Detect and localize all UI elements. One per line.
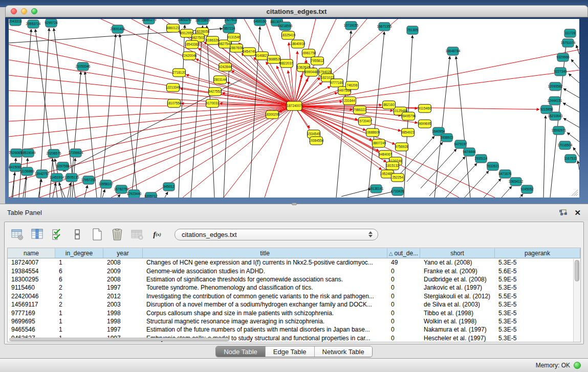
table-cell[interactable]: 0: [387, 310, 420, 317]
table-cell[interactable]: Estimation of significance thresholds fo…: [143, 276, 387, 283]
horizontal-scrollbar-thumb[interactable]: [9, 338, 229, 341]
tab-node-table[interactable]: Node Table: [216, 346, 266, 357]
new-table-icon[interactable]: [91, 228, 104, 241]
graph-edge[interactable]: [569, 74, 579, 83]
graph-edge[interactable]: [294, 105, 382, 106]
graph-edge[interactable]: [111, 106, 294, 198]
table-selector-dropdown[interactable]: citations_edges.txt: [175, 229, 378, 240]
table-cell[interactable]: Estimation of the future numbers of pati…: [143, 326, 387, 333]
graph-edge[interactable]: [571, 59, 579, 69]
graph-edge[interactable]: [224, 106, 294, 198]
graph-edge[interactable]: [476, 186, 512, 198]
table-cell[interactable]: 1: [55, 326, 103, 333]
table-cell[interactable]: 2012: [103, 293, 143, 300]
graph-edge[interactable]: [9, 106, 294, 152]
graph-edge[interactable]: [118, 194, 120, 198]
graph-edge[interactable]: [543, 116, 546, 198]
table-cell[interactable]: Hescheler et al. (1997): [420, 335, 495, 342]
graph-edge[interactable]: [289, 42, 294, 106]
zoom-window-button[interactable]: [31, 8, 37, 14]
table-cell[interactable]: Investigating the contribution of common…: [143, 293, 387, 300]
table-cell[interactable]: 0: [387, 284, 420, 291]
table-cell[interactable]: 5.3E-5: [495, 301, 580, 308]
tab-network-table[interactable]: Network Table: [315, 346, 372, 357]
graph-edge[interactable]: [120, 34, 138, 198]
table-row[interactable]: 1872400712008Changes of HCN gene express…: [8, 258, 580, 267]
graph-edge[interactable]: [294, 50, 579, 106]
column-header-title[interactable]: title: [143, 248, 387, 258]
table-row[interactable]: 911546021997Tourette syndrome. Phenomeno…: [8, 283, 580, 292]
table-row[interactable]: 1456911722003Disruption of a novel membe…: [8, 300, 580, 309]
canvas-resize-grip[interactable]: [572, 190, 578, 196]
graph-edge[interactable]: [294, 51, 297, 106]
table-row[interactable]: 1830029562008Estimation of significance …: [8, 275, 580, 283]
graph-edge[interactable]: [38, 179, 41, 198]
graph-edge[interactable]: [53, 183, 56, 198]
table-cell[interactable]: 5.3E-5: [495, 318, 580, 325]
table-row[interactable]: 2242004622012Investigating the contribut…: [8, 292, 580, 300]
graph-edge[interactable]: [429, 157, 465, 196]
close-panel-icon[interactable]: ✕: [574, 209, 581, 216]
table-cell[interactable]: Tibbo et al. (1998): [420, 310, 495, 317]
close-window-button[interactable]: [11, 8, 17, 14]
table-cell[interactable]: 9115460: [8, 284, 55, 291]
graph-edge[interactable]: [341, 189, 371, 196]
graph-edge[interactable]: [224, 25, 231, 198]
table-row[interactable]: 946554611997Estimation of the future num…: [8, 325, 580, 334]
graph-edge[interactable]: [563, 89, 579, 98]
vertical-scrollbar-thumb[interactable]: [575, 260, 579, 281]
graph-edge[interactable]: [563, 118, 579, 127]
graph-edge[interactable]: [9, 106, 294, 167]
table-cell[interactable]: 5.3E-5: [495, 335, 580, 342]
row-height-icon[interactable]: [71, 228, 84, 241]
table-cell[interactable]: 1: [55, 259, 103, 266]
column-header-in-degree[interactable]: in_degree: [55, 248, 103, 258]
table-row[interactable]: 969969511998Structural magnetic resonanc…: [8, 317, 580, 325]
table-cell[interactable]: 49: [387, 259, 420, 266]
table-settings-icon[interactable]: [11, 228, 24, 241]
graph-edge[interactable]: [183, 106, 294, 198]
table-cell[interactable]: 18300295: [8, 276, 55, 283]
table-cell[interactable]: 2003: [103, 301, 143, 308]
table-cell[interactable]: Jankovic et al. (1997): [420, 284, 495, 291]
table-cell[interactable]: 5.3E-5: [495, 310, 580, 317]
table-cell[interactable]: 5.9E-5: [495, 276, 580, 283]
table-cell[interactable]: 1997: [103, 326, 143, 333]
table-cell[interactable]: Dudbridge et al. (2008): [420, 276, 495, 283]
table-cell[interactable]: Genome-wide association studies in ADHD.: [143, 268, 387, 275]
graph-edge[interactable]: [9, 106, 294, 121]
graph-edge[interactable]: [456, 56, 470, 198]
table-row[interactable]: 977716911998Corpus callosum shape and si…: [8, 309, 580, 317]
table-cell[interactable]: Tourette syndrome. Phenomenology and cla…: [143, 284, 387, 291]
tab-edge-table[interactable]: Edge Table: [266, 346, 315, 357]
table-cell[interactable]: 9465546: [8, 326, 55, 333]
table-cell[interactable]: 0: [387, 326, 420, 333]
show-column-icon[interactable]: [31, 228, 44, 241]
graph-edge[interactable]: [441, 163, 477, 198]
table-cell[interactable]: 0: [387, 293, 420, 300]
column-header-short[interactable]: short: [420, 248, 495, 258]
graph-edge[interactable]: [567, 133, 579, 142]
graph-edge[interactable]: [265, 106, 294, 198]
table-cell[interactable]: Changes of HCN gene expression and I(f) …: [143, 259, 387, 266]
table-cell[interactable]: 0: [387, 301, 420, 308]
table-cell[interactable]: 19384554: [8, 268, 55, 275]
table-cell[interactable]: Disruption of a novel member of a sodium…: [143, 301, 387, 308]
table-cell[interactable]: 5.3E-5: [495, 259, 580, 266]
table-cell[interactable]: 6: [55, 268, 103, 275]
table-cell[interactable]: 9777169: [8, 310, 55, 317]
table-cell[interactable]: Wolkin et al. (1998): [420, 318, 495, 325]
table-cell[interactable]: 1: [55, 310, 103, 317]
panel-divider-grip[interactable]: [292, 203, 297, 205]
graph-edge[interactable]: [196, 59, 294, 106]
table-cell[interactable]: 5.6E-5: [495, 268, 580, 275]
graph-edge[interactable]: [407, 142, 443, 182]
table-row[interactable]: 1938455462009Genome-wide association stu…: [8, 267, 580, 275]
graph-edge[interactable]: [84, 185, 88, 198]
table-cell[interactable]: 1998: [103, 318, 143, 325]
table-cell[interactable]: 1: [55, 318, 103, 325]
graph-edge[interactable]: [465, 179, 501, 198]
graph-edge[interactable]: [336, 31, 351, 198]
vertical-scrollbar[interactable]: [573, 259, 580, 342]
table-cell[interactable]: 22420046: [8, 293, 55, 300]
